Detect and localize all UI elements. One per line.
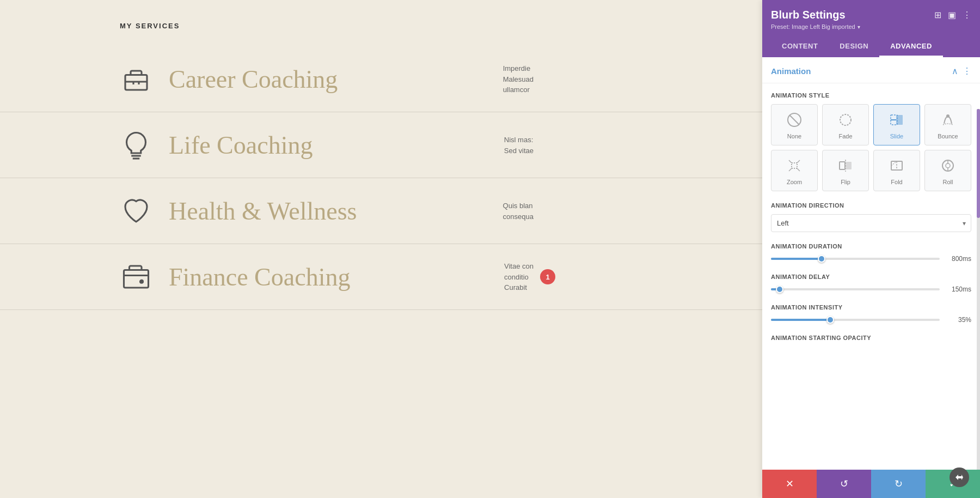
redo-button[interactable]: ↻ (871, 470, 926, 498)
header-icons: ⊞ ▣ ⋮ (934, 10, 971, 20)
fade-icon (836, 110, 855, 130)
settings-content: Animation ∧ ⋮ Animation Style None (762, 57, 980, 470)
anim-zoom[interactable]: Zoom (771, 150, 818, 191)
settings-title: Blurb Settings (771, 9, 846, 21)
anim-fade[interactable]: Fade (822, 104, 869, 145)
anim-none[interactable]: None (771, 104, 818, 145)
bottom-toolbar: ✕ ↺ ↻ ✓ (762, 470, 980, 498)
anim-fold[interactable]: Fold (873, 150, 920, 191)
animation-intensity-label: Animation Intensity (771, 304, 971, 311)
roll-label: Roll (943, 179, 953, 185)
notification-badge: 1 (540, 269, 555, 284)
animation-direction-label: Animation Direction (771, 202, 971, 209)
briefcase-icon (120, 63, 152, 95)
svg-line-15 (789, 160, 792, 163)
wallet-icon (120, 260, 152, 293)
fold-label: Fold (891, 179, 902, 185)
direction-select[interactable]: Left Right Top Bottom (771, 214, 971, 232)
service-name-health: Health & Wellness (169, 197, 740, 226)
section-title: MY SERVICES (120, 22, 762, 30)
columns-icon[interactable]: ▣ (948, 10, 956, 20)
zoom-icon (785, 156, 804, 175)
anim-bounce[interactable]: Bounce (924, 104, 971, 145)
anim-slide[interactable]: Slide (873, 104, 920, 145)
anim-flip[interactable]: Flip (822, 150, 869, 191)
delay-slider-row: 150ms (771, 286, 971, 293)
none-label: None (787, 133, 801, 139)
lightbulb-icon (120, 129, 152, 161)
scrollbar-thumb (977, 109, 980, 218)
animation-delay-label: Animation Delay (771, 274, 971, 280)
svg-point-25 (946, 163, 950, 168)
services-panel: MY SERVICES Career Coaching ImperdieMale… (0, 0, 762, 498)
service-item-finance[interactable]: Finance Coaching Vitae conconditioCurabi… (0, 244, 762, 310)
scrollbar[interactable] (977, 109, 980, 470)
service-item-career[interactable]: Career Coaching ImperdieMalesuadullamcor (0, 46, 762, 112)
service-text-finance: Vitae conconditioCurabit (504, 261, 534, 293)
service-item-life[interactable]: Life Coaching Nisl mas:Sed vitae (0, 112, 762, 178)
animation-duration-label: Animation Duration (771, 243, 971, 250)
roll-icon (938, 156, 958, 175)
zoom-label: Zoom (787, 179, 802, 185)
svg-rect-19 (840, 162, 845, 169)
service-text-health: Quis blanconsequa (503, 201, 534, 222)
direction-select-wrapper: Left Right Top Bottom ▾ (771, 214, 971, 232)
settings-header-top: Blurb Settings ⊞ ▣ ⋮ (771, 9, 971, 21)
intensity-slider-track[interactable] (771, 319, 940, 321)
undo-button[interactable]: ↺ (817, 470, 871, 498)
flip-label: Flip (841, 179, 850, 185)
svg-rect-14 (792, 163, 797, 168)
settings-body: Animation Style None Fade (762, 83, 980, 355)
collapse-icon[interactable]: ∧ (952, 66, 958, 76)
animation-section-header: Animation ∧ ⋮ (762, 57, 980, 83)
fullscreen-icon[interactable]: ⊞ (934, 10, 941, 20)
tabs: Content Design Advanced (771, 37, 971, 57)
svg-line-18 (797, 168, 800, 171)
preset-text: Preset: Image Left Big imported (771, 23, 855, 30)
delay-slider-track[interactable] (771, 288, 940, 290)
duration-slider-track[interactable] (771, 258, 940, 260)
svg-rect-6 (124, 270, 149, 288)
fade-label: Fade (838, 133, 852, 139)
preset-arrow: ▾ (857, 24, 860, 30)
svg-line-8 (789, 115, 799, 125)
delay-value: 150ms (945, 286, 971, 293)
settings-header: Blurb Settings ⊞ ▣ ⋮ Preset: Image Left … (762, 0, 980, 57)
bounce-icon (938, 110, 958, 130)
heart-icon (120, 195, 152, 227)
service-name-life: Life Coaching (169, 131, 740, 160)
fold-icon (887, 156, 906, 175)
animation-section-title: Animation (771, 66, 811, 76)
corner-tool-icon[interactable] (950, 467, 969, 487)
flip-icon (836, 156, 855, 175)
animation-style-grid: None Fade (771, 104, 971, 191)
service-text-life: Nisl mas:Sed vitae (504, 135, 534, 156)
animation-style-label: Animation Style (771, 92, 971, 99)
svg-line-16 (797, 160, 800, 163)
intensity-slider-row: 35% (771, 316, 971, 324)
service-name-finance: Finance Coaching (169, 263, 740, 291)
tab-content[interactable]: Content (771, 37, 829, 57)
svg-point-9 (840, 114, 851, 125)
service-text-career: ImperdieMalesuadullamcor (503, 63, 534, 95)
svg-line-17 (789, 168, 792, 171)
bounce-label: Bounce (938, 133, 958, 139)
cancel-button[interactable]: ✕ (762, 470, 817, 498)
preset-label[interactable]: Preset: Image Left Big imported ▾ (771, 23, 971, 30)
service-item-health[interactable]: Health & Wellness Quis blanconsequa (0, 178, 762, 244)
anim-roll[interactable]: Roll (924, 150, 971, 191)
tab-design[interactable]: Design (829, 37, 879, 57)
duration-value: 800ms (945, 255, 971, 263)
more-icon[interactable]: ⋮ (963, 10, 971, 20)
intensity-value: 35% (945, 316, 971, 324)
section-more-icon[interactable]: ⋮ (963, 66, 971, 76)
section-icons: ∧ ⋮ (952, 66, 971, 76)
none-icon (785, 110, 804, 130)
settings-panel: Blurb Settings ⊞ ▣ ⋮ Preset: Image Left … (762, 0, 980, 498)
duration-slider-row: 800ms (771, 255, 971, 263)
svg-rect-20 (846, 162, 852, 169)
slide-icon (887, 110, 906, 130)
service-name-career: Career Coaching (169, 65, 740, 94)
slide-label: Slide (890, 133, 903, 139)
tab-advanced[interactable]: Advanced (879, 37, 943, 57)
